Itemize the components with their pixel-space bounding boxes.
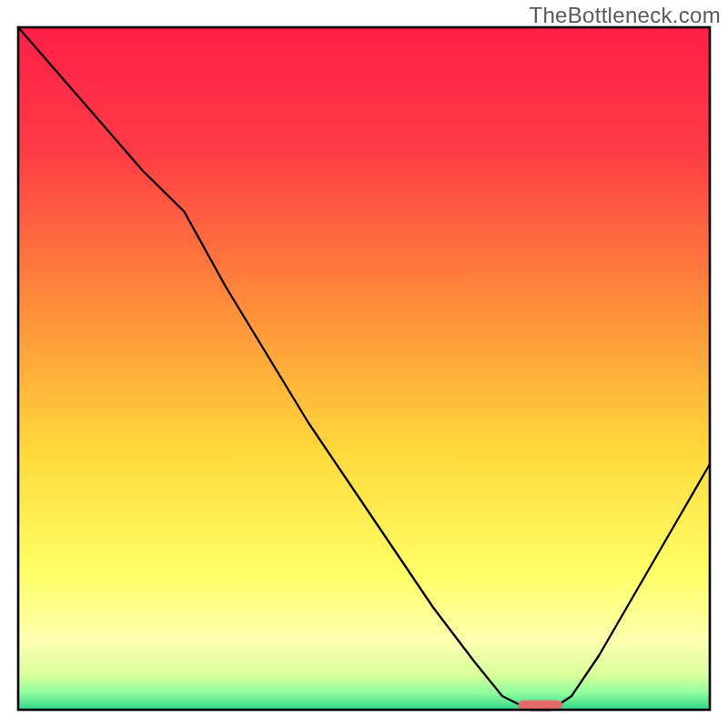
bottleneck-chart [0,0,728,728]
optimal-marker [518,701,562,711]
plot-background [18,27,710,710]
chart-container: TheBottleneck.com [0,0,728,728]
watermark-text: TheBottleneck.com [529,3,721,28]
